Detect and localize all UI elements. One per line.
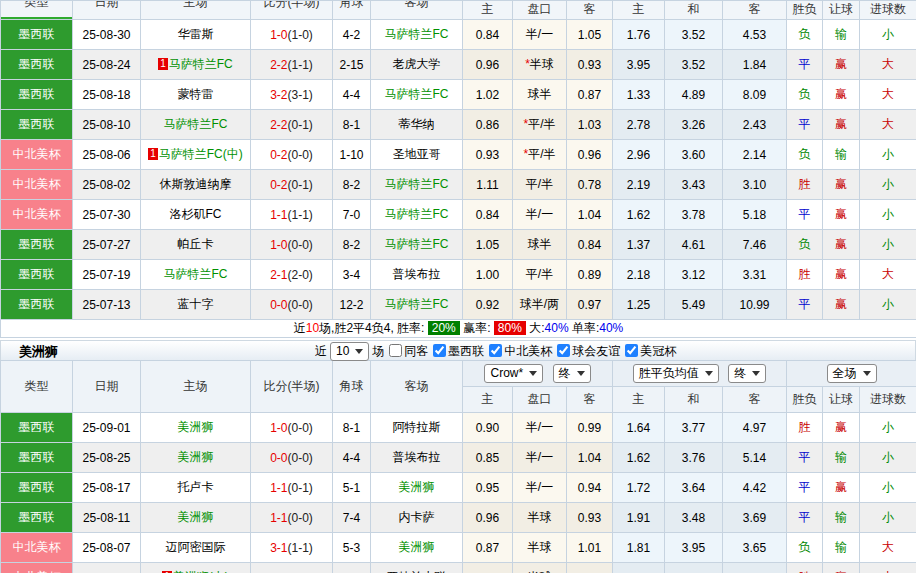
goals-result-cell: 小 <box>860 503 916 533</box>
team-name[interactable]: 美洲狮 <box>399 480 435 494</box>
euro-draw-odds: 3.64 <box>665 473 723 503</box>
checkbox-1-icon[interactable] <box>433 344 446 357</box>
corners-cell: 4-2 <box>333 20 371 50</box>
full-score: 3-2 <box>270 88 287 102</box>
team-name[interactable]: 休斯敦迪纳摩 <box>160 177 232 191</box>
col-header-score: 比分(半场) <box>251 361 333 413</box>
euro-time-select[interactable]: 终 <box>728 364 766 383</box>
team-name[interactable]: 马萨特兰FC <box>385 237 449 251</box>
checkbox-4-icon[interactable] <box>625 344 638 357</box>
team-name[interactable]: 美洲狮 <box>178 450 214 464</box>
team-name[interactable]: 普埃布拉 <box>393 450 441 464</box>
team-name[interactable]: 美洲狮 <box>178 420 214 434</box>
euro-away-odds: 7.46 <box>723 230 787 260</box>
away-team-cell: 内卡萨 <box>371 503 463 533</box>
handicap-result-cell: 赢 <box>823 230 860 260</box>
euro-draw-odds: 5.49 <box>665 290 723 320</box>
goals-result-cell: 大 <box>860 533 916 563</box>
team-name[interactable]: 洛杉矶FC <box>170 207 222 221</box>
home-team-cell: 美洲狮 <box>141 503 251 533</box>
away-team-section-bar: 美洲狮 近 10 场 同客墨西联中北美杯球会友谊美冠杯 <box>0 340 916 360</box>
result-cell: 负 <box>787 20 823 50</box>
team-name[interactable]: 马萨特兰FC <box>385 207 449 221</box>
home-team-cell: 1马萨特兰FC(中) <box>141 140 251 170</box>
team-name[interactable]: 马萨特兰FC <box>385 27 449 41</box>
result-cell: 平 <box>787 50 823 80</box>
asian-handicap-line: 球半/两 <box>513 290 567 320</box>
asian-home-odds: 0.96 <box>463 50 513 80</box>
home-team-cell: 马萨特兰FC <box>141 260 251 290</box>
away-team-cell: 亚特兰大联 <box>371 563 463 573</box>
chevron-down-icon <box>355 349 363 354</box>
euro-away-odds: 4.97 <box>723 413 787 443</box>
team-name[interactable]: 美洲狮 <box>399 540 435 554</box>
team-name[interactable]: 马萨特兰FC <box>164 267 228 281</box>
league-filter-label: 同客 <box>404 344 428 358</box>
col-header-corners: 角球 <box>333 361 371 413</box>
asian-company-select[interactable]: Crow* <box>484 364 543 383</box>
team-name[interactable]: 马萨特兰FC <box>385 297 449 311</box>
league-type-cell: 中北美杯 <box>1 170 73 200</box>
home-team-cell: 帕丘卡 <box>141 230 251 260</box>
goals-result-cell: 大 <box>860 50 916 80</box>
team-name[interactable]: 蒂华纳 <box>399 117 435 131</box>
home-team-cell: 蓝十字 <box>141 290 251 320</box>
match-date-cell: 25-08-30 <box>73 20 141 50</box>
league-filter-3[interactable]: 球会友谊 <box>552 344 620 358</box>
recent-games-select[interactable]: 10 <box>330 342 369 361</box>
asian-away-odds: 0.99 <box>567 413 613 443</box>
team-name[interactable]: 帕丘卡 <box>178 237 214 251</box>
full-score: 1-1 <box>270 511 287 525</box>
team-name[interactable]: 马萨特兰FC <box>385 87 449 101</box>
team-name[interactable]: 美洲狮 <box>178 510 214 524</box>
home-team-cell: 洛杉矶FC <box>141 200 251 230</box>
team-name[interactable]: 蓝十字 <box>178 297 214 311</box>
team-name[interactable]: 内卡萨 <box>399 510 435 524</box>
match-date-cell: 25-08-25 <box>73 443 141 473</box>
asian-home-odds: 0.86 <box>463 110 513 140</box>
result-cell: 胜 <box>787 413 823 443</box>
checkbox-3-icon[interactable] <box>557 344 570 357</box>
table2-selects-row: 类型 日期 主场 比分(半场) 角球 客场 Crow* 终 胜平负均值 终 全场 <box>1 361 916 387</box>
team-name[interactable]: 老虎大学 <box>393 57 441 71</box>
big-rate-label: 大: <box>529 321 544 335</box>
checkbox-2-icon[interactable] <box>489 344 502 357</box>
full-score: 1-1 <box>270 208 287 222</box>
team-name[interactable]: 马萨特兰FC <box>169 57 233 71</box>
team-name[interactable]: 阿特拉斯 <box>393 420 441 434</box>
home-team-cell: 马萨特兰FC <box>141 110 251 140</box>
team-name[interactable]: 托卢卡 <box>178 480 214 494</box>
league-filter-0[interactable]: 同客 <box>384 344 428 358</box>
team-name[interactable]: 迈阿密国际 <box>166 540 226 554</box>
team-name[interactable]: 华雷斯 <box>178 27 214 41</box>
asian-time-select[interactable]: 终 <box>553 364 591 383</box>
team-name[interactable]: 蒙特雷 <box>178 87 214 101</box>
col-header-handicap: 让球 <box>823 387 860 413</box>
league-filter-4[interactable]: 美冠杯 <box>620 344 676 358</box>
euro-company-select[interactable]: 胜平负均值 <box>633 364 719 383</box>
asian-away-odds: 1.03 <box>567 110 613 140</box>
home-team-cell: 蒙特雷 <box>141 80 251 110</box>
away-team-cell: 马萨特兰FC <box>371 170 463 200</box>
team-name[interactable]: 马萨特兰FC <box>385 177 449 191</box>
asian-away-odds: 0.96 <box>567 140 613 170</box>
team-name[interactable]: 普埃布拉 <box>393 267 441 281</box>
team-name[interactable]: 马萨特兰FC <box>164 117 228 131</box>
team-name[interactable]: 圣地亚哥 <box>393 147 441 161</box>
league-filter-2[interactable]: 中北美杯 <box>484 344 552 358</box>
col-header-type[interactable]: 类型 <box>1 1 73 20</box>
asian-away-odds: 0.78 <box>567 170 613 200</box>
league-filter-1[interactable]: 墨西联 <box>428 344 484 358</box>
euro-draw-odds: 3.60 <box>665 140 723 170</box>
asian-away-odds: 0.93 <box>567 50 613 80</box>
asian-handicap-line: *平/半 <box>513 140 567 170</box>
euro-draw-odds: 4.61 <box>665 230 723 260</box>
scope-select[interactable]: 全场 <box>827 364 877 383</box>
score-cell: 0-0(0-0) <box>251 443 333 473</box>
checkbox-0-icon[interactable] <box>389 344 402 357</box>
match-row: 墨西联25-08-11美洲狮1-1(0-0)7-4内卡萨0.96半球0.931.… <box>1 503 916 533</box>
score-cell: 3-2(3-1) <box>251 80 333 110</box>
asian-handicap-line: 平/半 <box>513 260 567 290</box>
match-date-cell: 25-08-17 <box>73 473 141 503</box>
team-name[interactable]: 马萨特兰FC(中) <box>159 147 243 161</box>
